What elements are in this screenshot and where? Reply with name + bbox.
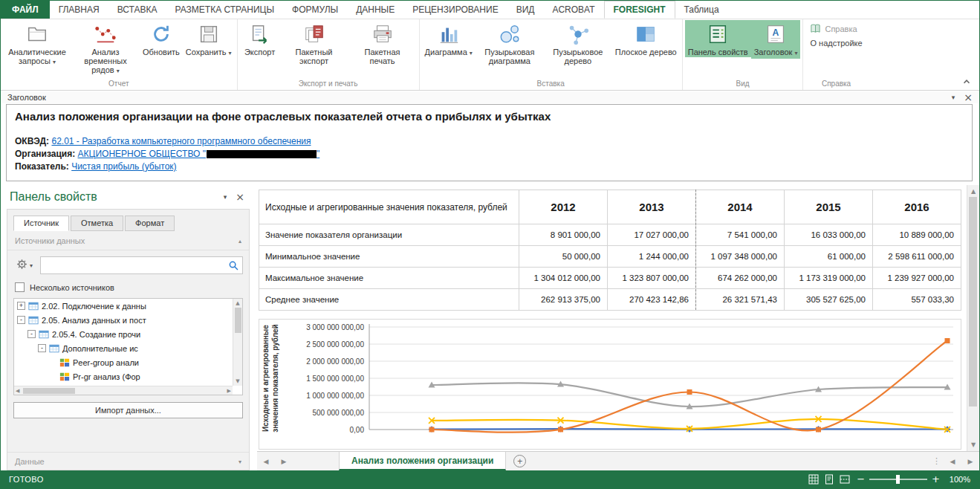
table-row-label[interactable]: Среднее значение [259, 289, 519, 311]
ribbon-tab-formulas[interactable]: ФОРМУЛЫ [283, 1, 347, 19]
tree-vertical-scrollbar[interactable]: ▲ ▼ [233, 299, 242, 386]
vscroll-thumb[interactable] [969, 197, 977, 407]
grid-view-icon[interactable] [808, 474, 819, 485]
page-break-icon[interactable] [840, 474, 850, 485]
scroll-down-icon[interactable]: ▼ [233, 378, 242, 384]
sheet-nav-left-icon[interactable]: ◀ [257, 452, 275, 470]
collapse-ribbon-button[interactable] [961, 77, 972, 87]
save-button[interactable]: Сохранить ▾ [183, 20, 235, 59]
table-cell[interactable]: 1 244 000,00 [608, 246, 696, 268]
tree-node[interactable]: +2.02. Подключение к данны [14, 299, 242, 313]
table-year-header[interactable]: 2015 [785, 190, 873, 224]
header-panel-collapse-icon[interactable]: ▾ [952, 94, 955, 101]
table-cell[interactable]: 50 000,00 [519, 246, 608, 268]
about-addin-button[interactable]: О надстройке [810, 39, 862, 48]
table-cell[interactable]: 270 423 142,86 [608, 289, 696, 311]
header-field-link[interactable]: АКЦИОНЕРНОЕ ОБЩЕСТВО "" [78, 149, 320, 159]
scroll-down-icon[interactable]: ▼ [967, 441, 979, 448]
hscroll-right-icon[interactable]: ▶ [961, 452, 979, 470]
collapse-icon[interactable]: - [17, 316, 25, 324]
hscroll-left-icon[interactable]: ◀ [944, 452, 961, 470]
analytical-queries-button[interactable]: Аналитические запросы ▾ [3, 20, 71, 68]
tree-node[interactable]: -2.05.4. Создание прочи [14, 327, 242, 341]
properties-panel-button[interactable]: Панель свойств [685, 20, 751, 57]
multiple-sources-checkbox[interactable] [15, 282, 25, 292]
batch-export-button[interactable]: Пакетный экспорт [280, 20, 348, 66]
table-cell[interactable]: 1 304 012 000,00 [519, 268, 608, 289]
help-button[interactable]: Справка [810, 23, 857, 34]
table-cell[interactable]: 61 000,00 [785, 246, 873, 268]
multiple-sources-option[interactable]: Несколько источников [7, 277, 249, 298]
sheet-nav-right-icon[interactable]: ▶ [275, 452, 293, 470]
properties-panel-close-icon[interactable]: × [236, 193, 244, 201]
zoom-in-button[interactable]: + [932, 476, 940, 483]
chart-button[interactable]: Диаграмма ▾ [422, 20, 476, 59]
scroll-up-icon[interactable]: ▲ [233, 300, 242, 306]
properties-tab-format[interactable]: Формат [125, 216, 175, 231]
section-collapse-icon[interactable]: ▴ [238, 238, 241, 244]
header-button[interactable]: AЗаголовок ▾ [751, 20, 801, 59]
table-year-header[interactable]: 2013 [608, 190, 696, 224]
table-year-header[interactable]: 2012 [519, 190, 608, 224]
header-field-link[interactable]: Чистая прибыль (убыток) [71, 161, 176, 172]
table-cell[interactable]: 557 033,30 [873, 289, 961, 311]
tree-horizontal-scrollbar[interactable]: ◀ ▶ [14, 386, 233, 395]
tree-vscroll-thumb[interactable] [235, 308, 241, 333]
table-cell[interactable]: 10 889 000,00 [873, 224, 961, 246]
indicator-chart[interactable]: 0,00500 000 000,001 000 000 000,001 500 … [259, 319, 961, 450]
header-panel-close-icon[interactable]: × [964, 94, 973, 101]
ribbon-tab-data[interactable]: ДАННЫЕ [347, 1, 403, 19]
expand-icon[interactable]: + [17, 302, 25, 310]
refresh-button[interactable]: Обновить [140, 20, 183, 57]
add-sheet-button[interactable]: + [513, 455, 526, 467]
zoom-out-button[interactable]: − [857, 476, 865, 483]
properties-tab-mark[interactable]: Отметка [71, 216, 123, 231]
table-cell[interactable]: 1 323 807 000,00 [608, 268, 696, 289]
properties-panel-collapse-icon[interactable]: ▾ [224, 193, 227, 201]
tree-node[interactable]: -2.05. Анализ данных и пост [14, 313, 242, 327]
ribbon-tab-acrobat[interactable]: ACROBAT [543, 1, 603, 19]
table-cell[interactable]: 1 097 348 000,00 [696, 246, 785, 268]
bubble-tree-button[interactable]: Пузырьковое дерево [544, 20, 612, 66]
bubble-chart-button[interactable]: Пузырьковая диаграмма [476, 20, 544, 66]
flat-tree-button[interactable]: Плоское дерево [612, 20, 680, 57]
scroll-up-icon[interactable]: ▲ [967, 188, 979, 195]
import-data-button[interactable]: Импорт данных... [13, 402, 243, 418]
table-cell[interactable]: 17 027 000,00 [608, 224, 696, 246]
tree-node[interactable]: Peer-group анали [14, 355, 242, 369]
scroll-left-icon[interactable]: ◀ [16, 388, 19, 394]
table-cell[interactable]: 674 262 000,00 [696, 268, 785, 289]
time-series-analysis-button[interactable]: Анализ временных рядов ▾ [71, 20, 140, 77]
search-icon[interactable] [228, 260, 239, 271]
page-layout-icon[interactable] [824, 474, 834, 485]
tree-node[interactable]: -Дополнительные ис [14, 341, 242, 355]
data-section-header[interactable]: Данные ▾ [7, 452, 249, 470]
table-cell[interactable]: 262 913 375,00 [519, 289, 608, 311]
ribbon-tab-insert[interactable]: ВСТАВКА [108, 1, 166, 19]
table-row-label[interactable]: Минимальное значение [259, 246, 519, 268]
collapse-icon[interactable]: - [38, 344, 46, 352]
table-cell[interactable]: 305 527 625,00 [785, 289, 873, 311]
scroll-right-icon[interactable]: ▶ [227, 388, 231, 394]
zoom-level[interactable]: 100% [947, 475, 970, 484]
zoom-slider[interactable] [869, 479, 927, 480]
ribbon-tab-view[interactable]: ВИД [507, 1, 544, 19]
batch-print-button[interactable]: Пакетная печать [348, 20, 417, 66]
ribbon-tab-page-layout[interactable]: РАЗМЕТКА СТРАНИЦЫ [166, 1, 284, 19]
table-row-label[interactable]: Максимальное значение [259, 268, 519, 289]
table-row-label[interactable]: Значение показателя организации [259, 224, 519, 246]
sources-section-header[interactable]: Источники данных ▴ [7, 231, 249, 250]
table-cell[interactable]: 8 901 000,00 [519, 224, 608, 246]
sheetbar-splitter[interactable]: ⋮ [929, 452, 944, 470]
sheet-tab[interactable]: Анализ положения организации [339, 452, 506, 470]
table-cell[interactable]: 1 173 319 000,00 [785, 268, 873, 289]
header-field-link[interactable]: 62.01 - Разработка компьютерного програм… [51, 136, 311, 146]
table-year-header[interactable]: 2014 [696, 190, 785, 224]
section-expand-icon[interactable]: ▾ [238, 459, 241, 465]
settings-gear-button[interactable]: ▾ [13, 256, 36, 274]
ribbon-tab-review[interactable]: РЕЦЕНЗИРОВАНИЕ [403, 1, 507, 19]
table-cell[interactable]: 7 541 000,00 [696, 224, 785, 246]
search-input[interactable] [44, 259, 224, 272]
properties-tab-source[interactable]: Источник [13, 216, 69, 231]
ribbon-tab-home[interactable]: ГЛАВНАЯ [50, 1, 108, 19]
